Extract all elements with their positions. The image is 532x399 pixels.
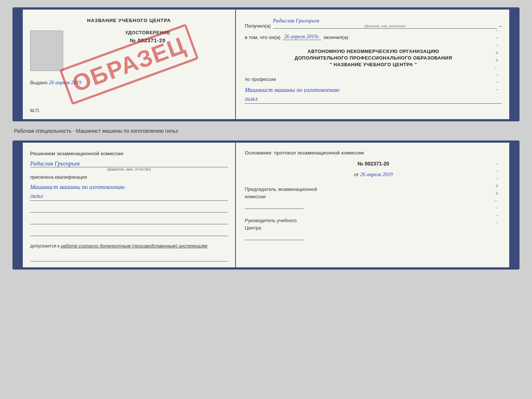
po-professii: по профессии xyxy=(245,76,502,82)
doc2-prisvoena: присвоена квалификация xyxy=(30,174,228,180)
page-container: НАЗВАНИЕ УЧЕБНОГО ЦЕНТРА УДОСТОВЕРЕНИЕ №… xyxy=(12,7,520,270)
doc2-line2 xyxy=(30,218,228,224)
doc2-date: 26 апреля 2019 xyxy=(360,172,392,177)
document-card-1: НАЗВАНИЕ УЧЕБНОГО ЦЕНТРА УДОСТОВЕРЕНИЕ №… xyxy=(12,7,520,121)
poluchil-line: Получил(а) Радислав Григорьев (фамилия, … xyxy=(245,18,502,29)
cert-vydano: Выдано 26 апреля 2019 xyxy=(30,80,228,86)
doc2-protocol-number: № 002371-20 xyxy=(245,161,502,167)
doc2-name-sub: (фамилия, имя, отчество) xyxy=(30,167,228,171)
rukovoditel-sign-line xyxy=(245,233,303,240)
okoncil-label: окончил(а) xyxy=(324,35,348,40)
vtom-label: в том, что он(а) xyxy=(245,35,280,40)
doc2-line1 xyxy=(30,206,228,213)
cert-number: № 002371-20 xyxy=(68,38,228,43)
vtom-line: в том, что он(а) 26 апреля 2019г. окончи… xyxy=(245,34,502,40)
doc2-heading: Решением экзаменационной комиссии xyxy=(30,150,228,157)
document-card-2: Решением экзаменационной комиссии Радисл… xyxy=(12,140,520,270)
recipient-sub: (фамилия, имя, отчество) xyxy=(273,24,497,28)
poluchil-label: Получил(а) xyxy=(245,23,271,29)
dash-separator: – xyxy=(499,23,502,29)
cert-udostoverenie-label: УДОСТОВЕРЕНИЕ xyxy=(68,30,228,35)
org-line1: АВТОНОМНУЮ НЕКОММЕРЧЕСКУЮ ОРГАНИЗАЦИЮ xyxy=(245,48,502,55)
doc2-osnovanie: Основание: протокол экзаменационной коми… xyxy=(245,150,502,156)
recipient-name: Радислав Григорьев (фамилия, имя, отчест… xyxy=(273,18,497,29)
between-label: Рабочая специальность - Машинист машины … xyxy=(12,128,520,134)
doc2-predsedatel: Председатель экзаменационной комиссии xyxy=(245,186,502,209)
doc2-left-panel: Решением экзаменационной комиссии Радисл… xyxy=(23,143,236,267)
vydano-date: 26 апреля 2019 xyxy=(49,80,81,85)
doc2-right-dashes: – – – и а ← – – – xyxy=(494,161,498,225)
org-name: " НАЗВАНИЕ УЧЕБНОГО ЦЕНТРА " xyxy=(245,61,502,68)
doc2-rukovoditel: Руководитель учебного Центра xyxy=(245,217,502,240)
doc2-right-panel: Основание: протокол экзаменационной коми… xyxy=(236,143,509,267)
predsedatel-sign-line xyxy=(245,202,303,209)
doc2-dopuskaetsya: допускается к работе согласно должностны… xyxy=(30,243,228,250)
vtom-date: 26 апреля 2019г. xyxy=(283,34,321,40)
doc2-right-spine xyxy=(509,143,517,267)
doc2-name-block: Радислав Григорьев (фамилия, имя, отчест… xyxy=(30,160,228,171)
dopuskaetsya-text: работе согласно должностным (производств… xyxy=(61,243,208,249)
right-dashes: – – – и а ← – – – xyxy=(494,28,498,92)
dopuskaetsya-prefix: допускается к xyxy=(30,243,60,249)
doc2-date-line: от 26 апреля 2019 xyxy=(245,172,502,178)
doc2-qualification: Машинист машины по изготовлению гильз xyxy=(30,183,228,201)
cert-photo xyxy=(30,31,63,71)
left-spine xyxy=(15,10,23,119)
org-name-block: АВТОНОМНУЮ НЕКОММЕРЧЕСКУЮ ОРГАНИЗАЦИЮ ДО… xyxy=(245,48,502,68)
org-line2: ДОПОЛНИТЕЛЬНОГО ПРОФЕССИОНАЛЬНОГО ОБРАЗО… xyxy=(245,55,502,61)
doc2-line3 xyxy=(30,229,228,236)
profession-value: Машинист машины по изготовлению гильз xyxy=(245,86,502,104)
cert-mp: М.П. xyxy=(30,108,228,113)
right-spine xyxy=(509,10,517,119)
doc2-name: Радислав Григорьев xyxy=(30,160,228,167)
cert-title: НАЗВАНИЕ УЧЕБНОГО ЦЕНТРА xyxy=(30,18,228,23)
cert-left-panel: НАЗВАНИЕ УЧЕБНОГО ЦЕНТРА УДОСТОВЕРЕНИЕ №… xyxy=(23,10,236,119)
doc2-left-spine xyxy=(15,143,23,267)
ot-label: от xyxy=(354,172,359,177)
doc2-line4 xyxy=(30,255,228,261)
vydano-label: Выдано xyxy=(30,80,47,85)
cert-right-panel: Получил(а) Радислав Григорьев (фамилия, … xyxy=(236,10,509,119)
